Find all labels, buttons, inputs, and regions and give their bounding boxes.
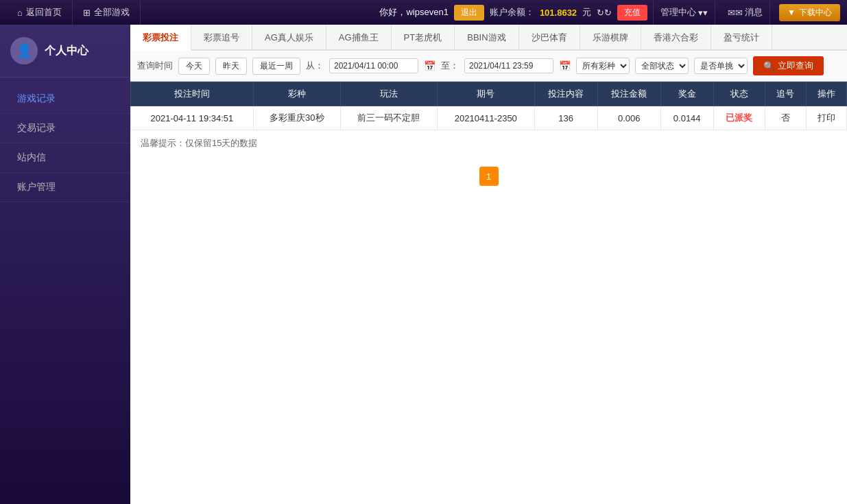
avatar: 👤 [10,37,38,64]
search-icon: 🔍 [763,61,774,71]
betting-table: 投注时间 彩种 玩法 期号 投注内容 投注金额 奖金 状态 追号 操作 2021 [130,82,847,130]
msg-label: 消息 [745,6,763,19]
query-button[interactable]: 🔍 立即查询 [753,56,824,75]
cell-period: 20210411-2350 [438,106,534,130]
main-layout: 👤 个人中心 游戏记录 交易记录 站内信 账户管理 彩票投注 彩票追号 AG真人… [0,25,847,504]
all-games-label: 全部游戏 [94,6,130,19]
sidebar-item-account-management[interactable]: 账户管理 [0,173,130,202]
tab-leyou-chess[interactable]: 乐游棋牌 [580,25,641,51]
tab-saba-sports[interactable]: 沙巴体育 [519,25,580,51]
query-btn-label: 立即查询 [778,60,813,72]
download-icon: ▼ [787,8,796,17]
col-chase: 追号 [765,82,806,106]
today-button[interactable]: 今天 [178,58,210,75]
query-time-label: 查询时间 [137,60,173,72]
notice-text: 温馨提示：仅保留15天的数据 [130,130,847,156]
cell-chase: 否 [765,106,806,130]
filter-bar: 查询时间 今天 昨天 最近一周 从： 📅 至： 📅 所有彩种 全部状态 是否单挑… [130,51,847,82]
col-bonus: 奖金 [660,82,713,106]
sub-navigation: 彩票投注 彩票追号 AG真人娱乐 AG捕鱼王 PT老虎机 BBIN游戏 沙巴体育… [130,25,847,51]
col-play: 玩法 [340,82,437,106]
col-content: 投注内容 [534,82,597,106]
yesterday-button[interactable]: 昨天 [215,58,247,75]
col-time: 投注时间 [131,82,254,106]
download-button[interactable]: ▼ 下载中心 [779,4,840,21]
col-period: 期号 [438,82,534,106]
sidebar-item-inbox[interactable]: 站内信 [0,143,130,173]
home-icon [17,8,23,18]
greeting-text: 你好，wipseven1 [379,6,448,19]
balance-label: 账户余额： [490,6,534,19]
balance-value: 101.8632 [540,8,577,18]
tab-lottery-betting[interactable]: 彩票投注 [130,25,191,51]
all-games-button[interactable]: 全部游戏 [73,0,141,25]
sidebar: 👤 个人中心 游戏记录 交易记录 站内信 账户管理 [0,25,130,504]
tab-bbin-games[interactable]: BBIN游戏 [455,25,518,51]
col-amount: 投注金额 [597,82,660,106]
sidebar-item-transaction-records[interactable]: 交易记录 [0,114,130,143]
cell-bonus: 0.0144 [660,106,713,130]
cell-status: 已派奖 [713,106,765,130]
balance-unit: 元 [582,6,591,19]
tab-ag-live[interactable]: AG真人娱乐 [252,25,326,51]
col-status: 状态 [713,82,765,106]
sidebar-item-game-records[interactable]: 游戏记录 [0,84,130,114]
tab-profit-stats[interactable]: 盈亏统计 [711,25,772,51]
user-icon: 👤 [16,43,33,59]
table-row: 2021-04-11 19:34:51 多彩重庆30秒 前三一码不定胆 2021… [131,106,847,130]
top-navigation: 返回首页 全部游戏 你好，wipseven1 退出 账户余额： 101.8632… [0,0,847,25]
caret-down-icon: ▾ [698,8,708,18]
charge-button[interactable]: 充值 [617,5,647,21]
mail-icon: ✉ [728,8,743,18]
tab-ag-fishing[interactable]: AG捕鱼王 [326,25,392,51]
message-button[interactable]: ✉ 消息 [721,0,770,25]
from-date-input[interactable] [329,58,418,73]
home-label: 返回首页 [26,6,62,19]
sidebar-menu: 游戏记录 交易记录 站内信 账户管理 [0,77,130,209]
download-label: 下载中心 [799,7,832,19]
single-chase-select[interactable]: 是否单挑 [694,58,748,74]
col-action: 操作 [806,82,846,106]
mgmt-label: 管理中心 [660,6,696,19]
pagination: 1 [130,156,847,196]
status-select[interactable]: 全部状态 [635,58,689,74]
sidebar-title: 个人中心 [45,44,88,58]
cell-content: 136 [534,106,597,130]
content-area: 彩票投注 彩票追号 AG真人娱乐 AG捕鱼王 PT老虎机 BBIN游戏 沙巴体育… [130,25,847,504]
tab-lottery-chase[interactable]: 彩票追号 [191,25,252,51]
cell-action: 打印 [806,106,846,130]
lottery-type-select[interactable]: 所有彩种 [576,58,630,74]
refresh-icon[interactable]: ↻ [597,8,612,18]
last-week-button[interactable]: 最近一周 [252,58,300,75]
col-lottery: 彩种 [253,82,340,106]
from-calendar-icon[interactable]: 📅 [424,60,436,71]
table-header-row: 投注时间 彩种 玩法 期号 投注内容 投注金额 奖金 状态 追号 操作 [131,82,847,106]
logout-button[interactable]: 退出 [454,5,484,21]
management-button[interactable]: 管理中心 ▾ [653,0,715,25]
from-label: 从： [306,60,324,72]
cell-lottery: 多彩重庆30秒 [253,106,340,130]
tab-hk-lottery[interactable]: 香港六合彩 [641,25,711,51]
sidebar-header: 👤 个人中心 [0,25,130,77]
grid-icon [83,8,91,18]
home-button[interactable]: 返回首页 [7,0,73,25]
tab-pt-slots[interactable]: PT老虎机 [392,25,455,51]
cell-time: 2021-04-11 19:34:51 [131,106,254,130]
print-link[interactable]: 打印 [818,112,835,123]
to-label: 至： [441,60,459,72]
cell-play: 前三一码不定胆 [340,106,437,130]
to-calendar-icon[interactable]: 📅 [559,60,571,71]
to-date-input[interactable] [464,58,553,73]
table-area: 投注时间 彩种 玩法 期号 投注内容 投注金额 奖金 状态 追号 操作 2021 [130,82,847,504]
page-1-button[interactable]: 1 [479,167,499,186]
cell-amount: 0.006 [597,106,660,130]
